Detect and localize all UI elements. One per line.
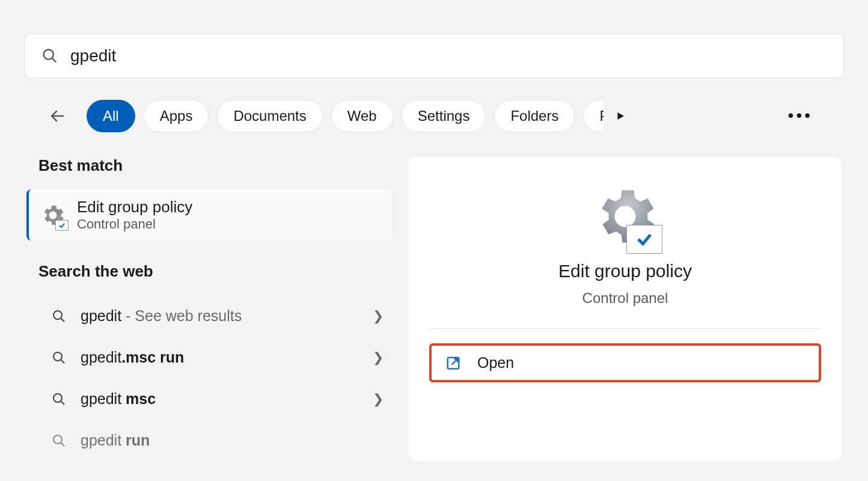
gear-check-icon [589, 180, 661, 253]
search-query-text: gpedit [70, 46, 116, 66]
svg-line-9 [61, 401, 65, 405]
web-result-label: gpedit msc [81, 390, 358, 408]
web-result[interactable]: gpedit run [38, 420, 397, 461]
web-result[interactable]: gpedit - See web results ❯ [38, 295, 397, 337]
best-match-result[interactable]: Edit group policy Control panel [26, 189, 392, 240]
filter-pill-apps[interactable]: Apps [144, 100, 209, 132]
open-button[interactable]: Open [429, 343, 821, 382]
filter-pill-web[interactable]: Web [331, 100, 393, 132]
search-icon [52, 392, 66, 406]
chevron-right-icon: ❯ [373, 308, 384, 324]
filter-row: All Apps Documents Web Settings Folders … [24, 99, 844, 133]
svg-point-4 [53, 311, 62, 319]
scroll-right-button[interactable] [608, 99, 632, 133]
check-badge [55, 220, 69, 231]
svg-line-7 [61, 360, 65, 363]
web-result-label: gpedit.msc run [81, 349, 358, 366]
web-result-label: gpedit - See web results [81, 307, 358, 325]
search-web-label: Search the web [38, 262, 397, 281]
gear-check-icon [40, 202, 66, 228]
svg-point-8 [53, 394, 62, 402]
detail-panel: Edit group policy Control panel Open [409, 156, 842, 461]
svg-point-10 [53, 435, 62, 444]
detail-subtitle: Control panel [582, 290, 668, 307]
search-icon [52, 309, 66, 323]
web-result[interactable]: gpedit.msc run ❯ [38, 337, 397, 378]
filter-pill-photos[interactable]: Photos [583, 100, 604, 132]
open-external-icon [445, 355, 462, 372]
search-icon [41, 47, 58, 64]
search-icon [52, 434, 66, 448]
detail-title: Edit group policy [558, 261, 692, 281]
check-badge [626, 225, 662, 254]
web-result[interactable]: gpedit msc ❯ [38, 378, 397, 420]
triangle-right-icon [615, 111, 626, 121]
arrow-left-icon [49, 107, 67, 125]
chevron-right-icon: ❯ [373, 350, 384, 366]
svg-marker-3 [618, 112, 625, 120]
svg-line-1 [52, 58, 56, 62]
back-button[interactable] [46, 104, 70, 128]
svg-point-0 [44, 50, 53, 60]
results-column: Best match Edit group policy Control pan… [24, 156, 397, 461]
more-menu-button[interactable]: ••• [788, 106, 813, 125]
search-bar[interactable]: gpedit [24, 34, 844, 78]
filter-pill-documents[interactable]: Documents [217, 100, 322, 132]
filter-pill-settings[interactable]: Settings [402, 100, 486, 132]
filter-pill-all[interactable]: All [87, 100, 135, 132]
filter-pill-folders[interactable]: Folders [494, 100, 575, 132]
web-result-label: gpedit run [81, 432, 384, 449]
svg-point-6 [53, 352, 62, 361]
best-match-subtitle: Control panel [77, 216, 192, 232]
chevron-right-icon: ❯ [373, 391, 384, 407]
best-match-title: Edit group policy [77, 198, 192, 216]
best-match-label: Best match [38, 156, 397, 175]
search-icon [52, 351, 66, 365]
svg-line-11 [61, 443, 65, 446]
open-label: Open [477, 354, 514, 372]
svg-line-5 [61, 318, 65, 322]
filter-pills: All Apps Documents Web Settings Folders … [87, 100, 604, 132]
